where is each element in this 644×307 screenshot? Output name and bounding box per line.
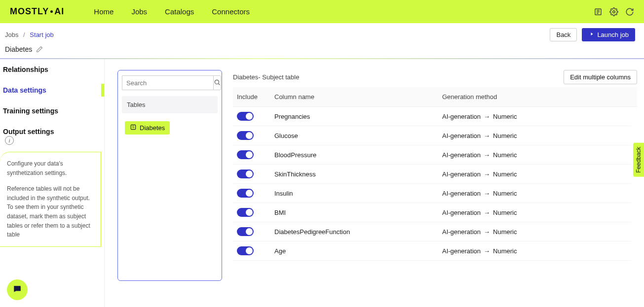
table-row[interactable]: GlucoseAI-generation→Numeric — [233, 126, 631, 145]
arrow-icon: → — [484, 171, 490, 178]
news-icon[interactable] — [594, 7, 603, 16]
arrow-icon: → — [484, 190, 490, 197]
brand-logo[interactable]: MOSTLY AI — [10, 6, 64, 17]
sidebar-item-output-settings[interactable]: Output settings — [0, 121, 104, 142]
arrow-icon: → — [484, 209, 490, 216]
nav-jobs[interactable]: Jobs — [131, 7, 147, 16]
include-toggle[interactable] — [237, 170, 254, 178]
chat-icon — [12, 284, 22, 296]
arrow-icon: → — [484, 151, 490, 159]
arrow-icon: → — [484, 247, 490, 255]
back-button-label: Back — [556, 31, 570, 38]
svg-text:S: S — [132, 125, 134, 129]
column-header-method: Generation method — [442, 93, 633, 101]
top-icon-group — [594, 7, 634, 16]
logo-dot-icon — [50, 10, 53, 13]
nav-catalogs[interactable]: Catalogs — [165, 7, 194, 16]
search-input[interactable] — [122, 75, 213, 90]
columns-scroll[interactable]: PregnanciesAI-generation→NumericGlucoseA… — [233, 107, 637, 307]
svg-point-2 — [215, 80, 219, 84]
column-name-cell: Glucose — [274, 132, 442, 139]
logo-text-1: MOSTLY — [10, 6, 49, 17]
column-name-cell: Insulin — [274, 190, 442, 197]
chat-fab[interactable] — [7, 279, 28, 300]
breadcrumb-current: Start job — [30, 31, 53, 38]
tables-header: Tables — [122, 96, 218, 113]
arrow-icon: → — [484, 132, 490, 139]
column-name-cell: Age — [274, 247, 442, 255]
breadcrumb-bar: Jobs / Start job Back Launch job — [0, 23, 644, 43]
gear-icon[interactable] — [609, 7, 618, 16]
generation-method-cell: AI-generation→Numeric — [442, 171, 627, 178]
include-toggle[interactable] — [237, 246, 254, 255]
include-toggle[interactable] — [237, 189, 254, 198]
search-row — [122, 75, 218, 90]
breadcrumb: Jobs / Start job — [5, 31, 54, 38]
table-row[interactable]: PregnanciesAI-generation→Numeric — [233, 107, 631, 126]
back-button[interactable]: Back — [550, 28, 577, 41]
job-title: Diabetes — [5, 45, 32, 53]
launch-icon — [588, 31, 594, 38]
logo-text-2: AI — [54, 6, 64, 17]
table-entry-label: Diabetes — [140, 124, 165, 132]
table-entry-diabetes[interactable]: S Diabetes — [125, 121, 170, 135]
table-row[interactable]: SkinThicknessAI-generation→Numeric — [233, 165, 631, 184]
include-toggle[interactable] — [237, 131, 254, 140]
edit-title-icon[interactable] — [36, 46, 43, 53]
subject-table-label: Diabetes- Subject table — [233, 73, 299, 81]
subject-table-icon: S — [130, 124, 137, 132]
nav-connectors[interactable]: Connectors — [212, 7, 250, 16]
column-name-cell: SkinThickness — [274, 171, 442, 178]
generation-method-cell: AI-generation→Numeric — [442, 132, 627, 139]
content-area: Tables S Diabetes Diabetes- Subject tabl… — [105, 59, 644, 307]
action-buttons: Back Launch job — [550, 28, 635, 41]
generation-method-cell: AI-generation→Numeric — [442, 228, 627, 236]
columns-body: PregnanciesAI-generation→NumericGlucoseA… — [233, 107, 637, 307]
table-row[interactable]: BloodPressureAI-generation→Numeric — [233, 145, 631, 165]
include-toggle[interactable] — [237, 208, 254, 217]
main-nav: Home Jobs Catalogs Connectors — [94, 7, 594, 16]
info-text-1: Configure your data's synthetization set… — [7, 159, 96, 177]
sidebar-item-relationships[interactable]: Relationships — [0, 59, 104, 80]
refresh-icon[interactable] — [625, 7, 634, 16]
generation-method-cell: AI-generation→Numeric — [442, 209, 627, 216]
search-icon — [214, 79, 221, 87]
sidebar-item-data-settings[interactable]: Data settings — [0, 80, 104, 101]
tables-panel: Tables S Diabetes — [117, 70, 222, 281]
column-header-include: Include — [237, 93, 274, 101]
table-row[interactable]: DiabetesPedigreeFunctionAI-generation→Nu… — [233, 222, 631, 241]
sidebar-item-training-settings[interactable]: Training settings — [0, 101, 104, 121]
column-name-cell: BMI — [274, 209, 442, 216]
breadcrumb-jobs[interactable]: Jobs — [5, 31, 18, 38]
table-row[interactable]: AgeAI-generation→Numeric — [233, 241, 631, 261]
feedback-tab[interactable]: Feedback — [633, 143, 644, 177]
column-header-name: Column name — [274, 93, 442, 101]
breadcrumb-separator: / — [23, 31, 25, 38]
include-toggle[interactable] — [237, 150, 254, 159]
arrow-icon: → — [484, 113, 490, 120]
generation-method-cell: AI-generation→Numeric — [442, 113, 627, 120]
svg-point-1 — [613, 10, 615, 13]
columns-panel: Diabetes- Subject table Edit multiple co… — [233, 70, 637, 307]
include-toggle[interactable] — [237, 112, 254, 121]
edit-multiple-columns-button[interactable]: Edit multiple columns — [564, 70, 637, 84]
nav-home[interactable]: Home — [94, 7, 114, 16]
launch-button-label: Launch job — [597, 31, 629, 38]
generation-method-cell: AI-generation→Numeric — [442, 151, 627, 159]
sidebar-info-box: Configure your data's synthetization set… — [0, 152, 101, 247]
left-sidebar: Relationships Data settings Training set… — [0, 59, 105, 307]
main-area: Relationships Data settings Training set… — [0, 59, 644, 307]
arrow-icon: → — [484, 228, 490, 236]
include-toggle[interactable] — [237, 227, 254, 236]
info-text-2: Reference tables will not be included in… — [7, 184, 96, 239]
job-title-row: Diabetes — [0, 43, 644, 58]
generation-method-cell: AI-generation→Numeric — [442, 190, 627, 197]
top-bar: MOSTLY AI Home Jobs Catalogs Connectors — [0, 0, 644, 23]
table-row[interactable]: BMIAI-generation→Numeric — [233, 203, 631, 222]
launch-job-button[interactable]: Launch job — [582, 28, 635, 41]
column-name-cell: DiabetesPedigreeFunction — [274, 228, 442, 236]
table-row[interactable]: InsulinAI-generation→Numeric — [233, 184, 631, 203]
columns-header-row: Include Column name Generation method — [233, 87, 637, 107]
search-button[interactable] — [213, 75, 221, 90]
column-name-cell: BloodPressure — [274, 151, 442, 159]
